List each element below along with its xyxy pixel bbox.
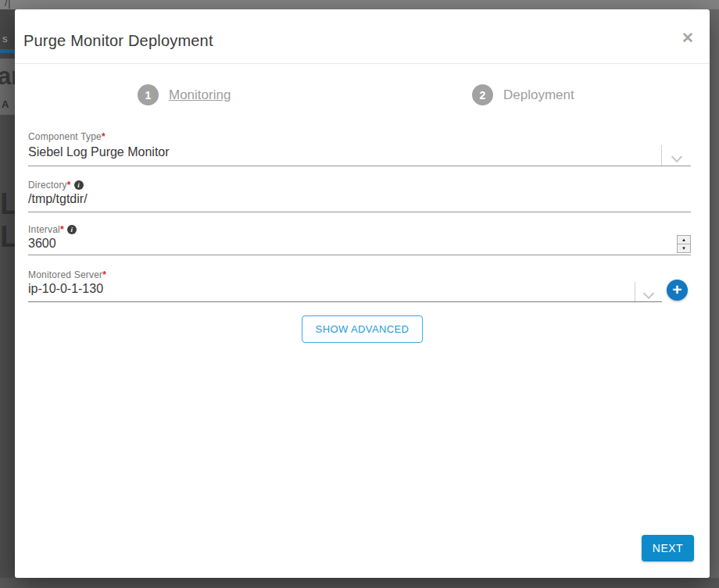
component-type-value[interactable]: Siebel Log Purge Monitor [28,145,653,159]
backdrop-left-strip-body [0,115,15,578]
interval-label: Interval*i [28,224,77,235]
monitored-server-divider [635,282,635,303]
background-breadcrumb-fragment: /| [5,0,11,9]
interval-label-text: Interval [28,224,60,235]
component-type-label: Component Type* [28,131,106,142]
component-type-label-text: Component Type [28,131,102,142]
step-deployment[interactable]: 2 Deployment [472,84,574,105]
backdrop-bottom-strip [0,578,719,588]
interval-field [28,237,669,251]
step-monitoring[interactable]: 1 Monitoring [138,84,231,105]
info-icon[interactable]: i [74,180,84,190]
component-type-underline [28,166,691,166]
close-icon[interactable]: ✕ [681,30,694,45]
directory-field [28,192,691,206]
interval-spinner[interactable]: ▲ ▼ [677,235,691,253]
component-type-select[interactable]: Siebel Log Purge Monitor [28,145,653,159]
directory-label-text: Directory [28,180,67,191]
dialog-title: Purge Monitor Deployment [23,32,213,50]
interval-underline [28,255,691,255]
monitored-server-underline [28,301,662,302]
component-type-divider [661,145,662,166]
step-2-label[interactable]: Deployment [503,87,574,103]
background-subheading-fragment: A [2,98,9,110]
backdrop-top-strip [0,0,719,9]
show-advanced-button[interactable]: SHOW ADVANCED [302,315,424,343]
step-2-circle: 2 [472,84,493,105]
required-asterisk: * [102,269,106,280]
backdrop-right-strip [710,9,719,578]
interval-input[interactable] [28,237,669,251]
step-1-label[interactable]: Monitoring [169,87,231,103]
chevron-down-icon[interactable] [643,288,654,299]
monitored-server-value[interactable]: ip-10-0-1-130 [28,282,630,296]
directory-input[interactable] [28,192,691,206]
add-server-button[interactable]: + [667,280,688,301]
dialog-header: Purge Monitor Deployment ✕ [15,9,710,64]
background-active-tab-underline [0,49,15,53]
required-asterisk: * [60,224,64,235]
required-asterisk: * [102,131,106,142]
directory-label: Directory*i [28,180,84,191]
monitored-server-label-text: Monitored Server [28,269,102,280]
purge-monitor-deployment-dialog: Purge Monitor Deployment ✕ 1 Monitoring … [15,9,710,578]
monitored-server-select[interactable]: ip-10-0-1-130 [28,282,630,296]
next-button[interactable]: NEXT [642,535,694,561]
plus-icon: + [672,281,681,298]
spinner-up-icon[interactable]: ▲ [678,236,690,244]
step-1-circle: 1 [138,84,159,105]
monitored-server-label: Monitored Server* [28,269,106,280]
info-icon[interactable]: i [67,225,77,234]
required-asterisk: * [67,180,71,191]
background-tab-fragment: s [2,33,8,45]
chevron-down-icon[interactable] [671,151,682,162]
directory-underline [28,212,691,212]
spinner-down-icon[interactable]: ▼ [678,244,690,252]
